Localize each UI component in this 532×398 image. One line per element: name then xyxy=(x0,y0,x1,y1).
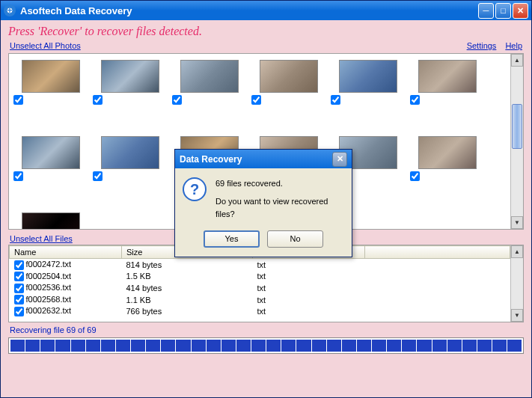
photo-thumbnail xyxy=(22,60,80,93)
progress-segment xyxy=(10,340,25,352)
progress-segment xyxy=(161,340,175,352)
progress-segment xyxy=(251,340,266,352)
file-checkbox[interactable] xyxy=(14,272,24,281)
progress-segment xyxy=(131,340,145,352)
thumbnail-checkbox[interactable] xyxy=(93,95,103,105)
scroll-up-icon[interactable]: ▲ xyxy=(511,245,523,258)
file-ext: txt xyxy=(253,271,365,283)
thumbnail-checkbox[interactable] xyxy=(331,95,340,105)
photo-thumbnail xyxy=(101,136,159,169)
status-text: Recovering file 69 of 69 xyxy=(1,322,531,336)
maximize-button[interactable]: □ xyxy=(495,3,511,19)
file-checkbox[interactable] xyxy=(14,260,24,270)
table-row[interactable]: f0002504.txt1.5 KBtxt xyxy=(10,271,510,283)
photo-thumbnail xyxy=(101,60,159,93)
app-icon: + xyxy=(4,4,16,16)
progress-segment xyxy=(101,340,115,352)
scroll-up-icon[interactable]: ▲ xyxy=(511,54,523,67)
thumbnail-checkbox[interactable] xyxy=(13,95,23,105)
progress-segment xyxy=(266,340,281,352)
dialog-line1: 69 files recovered. xyxy=(215,177,344,191)
progress-segment xyxy=(327,340,341,352)
progress-segment xyxy=(40,340,55,352)
scroll-down-icon[interactable]: ▼ xyxy=(511,309,523,322)
file-checkbox[interactable] xyxy=(14,284,24,293)
table-row[interactable]: f0002568.txt1.1 KBtxt xyxy=(10,294,510,306)
question-icon: ? xyxy=(183,177,207,201)
progress-segment xyxy=(71,340,85,352)
progress-segment xyxy=(176,340,190,352)
file-ext: txt xyxy=(253,305,365,317)
table-row[interactable]: f0002632.txt766 bytestxt xyxy=(10,305,510,317)
thumbnail-checkbox[interactable] xyxy=(172,95,182,105)
unselect-files-link[interactable]: Unselect All Files xyxy=(10,234,73,243)
thumbnail-item[interactable] xyxy=(93,136,168,186)
table-row[interactable]: f0002536.txt414 bytestxt xyxy=(10,282,510,294)
progress-segment xyxy=(447,340,462,352)
table-row[interactable]: f0002472.txt814 bytestxt xyxy=(10,259,510,271)
progress-segment xyxy=(221,340,236,352)
thumbnail-checkbox[interactable] xyxy=(410,171,420,181)
thumbnail-checkbox[interactable] xyxy=(410,95,420,105)
thumbnail-item[interactable] xyxy=(172,60,247,109)
photo-thumbnail xyxy=(180,60,239,93)
photo-thumbnail xyxy=(260,60,318,93)
thumbnail-item[interactable] xyxy=(13,60,88,109)
photo-thumbnail xyxy=(22,136,80,169)
file-ext: txt xyxy=(253,294,365,306)
dialog-line2: Do you want to view recovered files? xyxy=(215,195,344,221)
scroll-down-icon[interactable]: ▼ xyxy=(511,216,523,229)
progress-segment xyxy=(432,340,447,352)
progress-segment xyxy=(507,340,522,352)
progress-segment xyxy=(372,340,386,352)
progress-bar xyxy=(8,337,524,354)
progress-segment xyxy=(86,340,100,352)
no-button[interactable]: No xyxy=(267,230,323,248)
thumbnails-scrollbar[interactable]: ▲ ▼ xyxy=(510,54,523,229)
progress-segment xyxy=(357,340,371,352)
thumbnail-item[interactable] xyxy=(331,60,406,109)
col-empty[interactable] xyxy=(365,246,510,259)
thumbnail-checkbox[interactable] xyxy=(13,171,23,181)
thumbnail-checkbox[interactable] xyxy=(251,95,261,105)
main-window: + Asoftech Data Recovery ─ □ ✕ Press 'Re… xyxy=(0,0,532,398)
help-link[interactable]: Help xyxy=(505,41,522,50)
file-size: 414 bytes xyxy=(122,282,253,294)
titlebar: + Asoftech Data Recovery ─ □ ✕ xyxy=(1,1,531,20)
file-checkbox[interactable] xyxy=(14,307,24,316)
thumbnail-item[interactable] xyxy=(410,136,485,186)
col-name[interactable]: Name xyxy=(10,246,122,259)
progress-segment xyxy=(312,340,326,352)
settings-link[interactable]: Settings xyxy=(467,41,497,50)
thumbnail-item[interactable] xyxy=(13,136,88,186)
minimize-button[interactable]: ─ xyxy=(478,3,494,19)
file-checkbox[interactable] xyxy=(14,295,24,304)
progress-segment xyxy=(207,340,221,352)
progress-segment xyxy=(492,340,507,352)
photo-thumbnail xyxy=(339,60,397,93)
progress-segment xyxy=(146,340,160,352)
thumbnail-checkbox[interactable] xyxy=(93,171,103,181)
progress-segment xyxy=(281,340,296,352)
thumbnail-item[interactable] xyxy=(251,60,326,109)
file-size: 1.1 KB xyxy=(122,294,253,306)
files-scrollbar[interactable]: ▲ ▼ xyxy=(510,245,523,322)
close-button[interactable]: ✕ xyxy=(513,3,528,19)
thumbnail-item[interactable] xyxy=(93,60,168,109)
progress-segment xyxy=(236,340,251,352)
yes-button[interactable]: Yes xyxy=(204,230,260,248)
file-size: 1.5 KB xyxy=(122,271,253,283)
file-size: 766 bytes xyxy=(122,305,253,317)
window-title: Asoftech Data Recovery xyxy=(20,5,132,16)
scrollbar-thumb[interactable] xyxy=(512,104,522,149)
instruction-text: Press 'Recover' to recover files detecte… xyxy=(1,20,531,40)
unselect-photos-link[interactable]: Unselect All Photos xyxy=(10,41,81,50)
progress-segment xyxy=(25,340,40,352)
progress-segment xyxy=(462,340,477,352)
dialog-close-button[interactable]: ✕ xyxy=(332,152,347,167)
thumbnail-item[interactable] xyxy=(13,212,88,229)
progress-segment xyxy=(387,340,401,352)
progress-segment xyxy=(477,340,492,352)
photo-thumbnail xyxy=(418,136,477,169)
thumbnail-item[interactable] xyxy=(410,60,485,109)
